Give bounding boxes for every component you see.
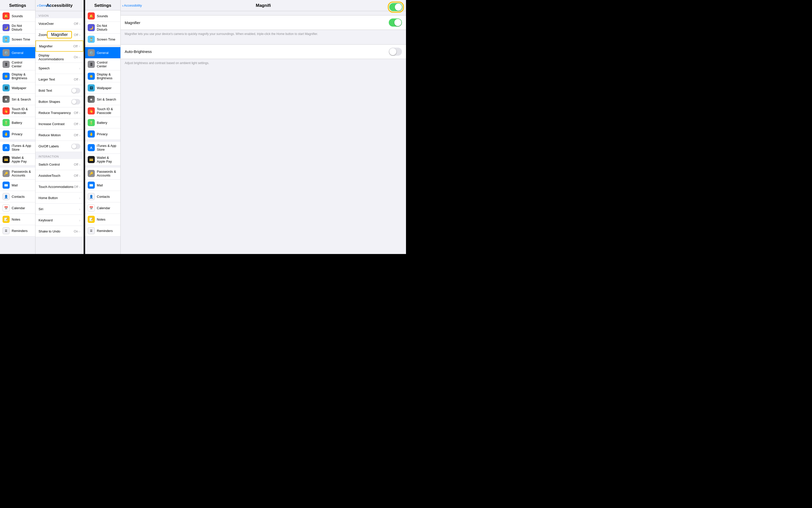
control-label: Control Center [12,60,33,68]
right-settings-item-control[interactable]: 🎛 Control Center [85,58,120,71]
right-display-icon: ☀️ [88,73,95,80]
onoff-labels-toggle[interactable] [71,143,80,149]
shake-undo-value: On [74,229,78,233]
settings-item-screentime[interactable]: ⏳ Screen Time [0,34,35,45]
right-settings-item-itunes[interactable]: A iTunes & App Store [85,142,120,154]
acc-item-speech[interactable]: Speech › [36,63,83,74]
increase-contrast-label: Increase Contrast [39,122,74,126]
magnifier-main-section: Magnifier [121,15,406,30]
right-settings-item-siri[interactable]: ◉ Siri & Search [85,94,120,105]
acc-item-reduce-motion[interactable]: Reduce Motion Off › [36,130,83,141]
bold-text-label: Bold Text [39,89,71,92]
acc-item-larger-text[interactable]: Larger Text Off › [36,74,83,85]
siri-label: Siri & Search [12,97,33,101]
right-panel-group: Settings 🔔 Sounds 🌙 Do Not Disturb ⏳ Scr… [85,0,406,254]
right-settings-item-mail[interactable]: ✉️ Mail [85,179,120,191]
acc-item-magnifier[interactable]: Magnifier Off › [36,41,83,52]
settings-item-notes[interactable]: 📝 Notes [0,214,35,225]
settings-item-itunes[interactable]: A iTunes & App Store [0,142,35,154]
right-settings-item-touchid[interactable]: 👆 Touch ID & Passcode [85,105,120,117]
right-contacts-label: Contacts [97,195,118,199]
right-mail-icon: ✉️ [88,181,95,189]
sounds-icon: 🔔 [3,12,10,19]
settings-item-wallpaper[interactable]: 🖼 Wallpaper [0,82,35,94]
right-itunes-icon: A [88,144,95,151]
wallet-icon: 💳 [3,156,10,163]
settings-item-battery[interactable]: 🔋 Battery [0,117,35,128]
bold-text-toggle[interactable] [71,88,80,93]
right-settings-item-screentime[interactable]: ⏳ Screen Time [85,34,120,45]
acc-item-switch-control[interactable]: Switch Control Off › [36,159,83,170]
acc-item-touch-acc[interactable]: Touch Accommodations Off › [36,181,83,193]
right-settings-item-sounds[interactable]: 🔔 Sounds [85,10,120,22]
right-settings-item-dnd[interactable]: 🌙 Do Not Disturb [85,22,120,34]
right-passwords-icon: 🔑 [88,170,95,177]
acc-item-siri[interactable]: Siri › [36,204,83,215]
acc-item-voiceover[interactable]: VoiceOver Off › [36,18,83,29]
magnifier-description: Magnifier lets you use your device's cam… [121,30,406,39]
right-settings-item-contacts[interactable]: 👤 Contacts [85,191,120,202]
right-general-icon: ⚙️ [88,49,95,56]
settings-item-general[interactable]: ⚙️ General [0,47,35,58]
right-settings-item-privacy[interactable]: 🤚 Privacy [85,128,120,140]
magnifier-toggle-row[interactable]: Magnifier [121,15,406,30]
right-settings-item-wallpaper[interactable]: 🖼 Wallpaper [85,82,120,94]
settings-item-touchid[interactable]: 👆 Touch ID & Passcode [0,105,35,117]
increase-contrast-chevron-icon: › [79,122,80,126]
settings-item-control[interactable]: 🎛 Control Center [0,58,35,71]
settings-item-display[interactable]: ☀️ Display & Brightness [0,71,35,82]
settings-item-mail[interactable]: ✉️ Mail [0,179,35,191]
settings-item-siri[interactable]: ◉ Siri & Search [0,94,35,105]
right-settings-item-reminders[interactable]: ☰ Reminders [85,225,120,237]
acc-item-display-acc[interactable]: Display Accommodations On › [36,52,83,63]
right-mail-label: Mail [97,183,118,187]
acc-item-shake-undo[interactable]: Shake to Undo On › [36,226,83,237]
top-highlighted-toggle[interactable] [389,3,402,11]
right-screentime-label: Screen Time [97,38,118,41]
passwords-icon: 🔑 [3,170,10,177]
right-settings-item-battery[interactable]: 🔋 Battery [85,117,120,128]
acc-item-home-button[interactable]: Home Button › [36,193,83,204]
magnifier-detail-panel: ‹ Accessibility Magnifi Magnifier [121,0,406,254]
acc-item-reduce-transparency[interactable]: Reduce Transparency Off › [36,108,83,119]
settings-item-contacts[interactable]: 👤 Contacts [0,191,35,202]
right-battery-icon: 🔋 [88,119,95,126]
right-settings-item-passwords[interactable]: 🔑 Passwords & Accounts [85,168,120,179]
acc-item-keyboard[interactable]: Keyboard › [36,215,83,226]
settings-item-dnd[interactable]: 🌙 Do Not Disturb [0,22,35,34]
settings-item-sounds[interactable]: 🔔 Sounds [0,10,35,22]
right-settings-item-general[interactable]: ⚙️ General [85,47,120,58]
accessibility-back-button[interactable]: ‹ General [37,3,50,8]
settings-item-privacy[interactable]: 🤚 Privacy [0,128,35,140]
magnifier-main-toggle-thumb [394,19,401,26]
wallet-label: Wallet & Apple Pay [12,156,33,163]
keyboard-chevron-icon: › [79,218,80,222]
settings-item-passwords[interactable]: 🔑 Passwords & Accounts [0,168,35,179]
right-passwords-label: Passwords & Accounts [97,170,118,177]
auto-brightness-row[interactable]: Auto-Brightness [121,45,406,59]
magnifier-detail-body: Magnifier Magnifier lets you use your de… [121,11,406,69]
speech-chevron-icon: › [79,66,80,71]
acc-item-increase-contrast[interactable]: Increase Contrast Off › [36,119,83,130]
speech-label: Speech [39,66,79,70]
magnifier-main-toggle[interactable] [389,18,402,27]
acc-item-assistive-touch[interactable]: AssistiveTouch Off › [36,170,83,181]
acc-item-bold-text[interactable]: Bold Text [36,85,83,96]
voiceover-value: Off [74,22,78,26]
right-settings-item-wallet[interactable]: 💳 Wallet & Apple Pay [85,154,120,166]
magnifier-back-button[interactable]: ‹ Accessibility [122,3,142,8]
right-settings-item-display[interactable]: ☀️ Display & Brightness [85,71,120,82]
acc-item-button-shapes[interactable]: Button Shapes [36,96,83,108]
settings-item-calendar[interactable]: 📅 Calendar [0,202,35,214]
battery-label: Battery [12,121,33,125]
right-settings-item-notes[interactable]: 📝 Notes [85,214,120,225]
settings-item-reminders[interactable]: ☰ Reminders [0,225,35,237]
right-settings-item-calendar[interactable]: 📅 Calendar [85,202,120,214]
right-settings-list: 🔔 Sounds 🌙 Do Not Disturb ⏳ Screen Time … [85,10,120,254]
settings-item-wallet[interactable]: 💳 Wallet & Apple Pay [0,154,35,166]
auto-brightness-toggle[interactable] [389,48,402,56]
assistive-touch-chevron-icon: › [79,174,80,178]
button-shapes-toggle[interactable] [71,99,80,104]
notes-label: Notes [12,217,33,221]
acc-item-onoff-labels[interactable]: On/Off Labels [36,141,83,152]
